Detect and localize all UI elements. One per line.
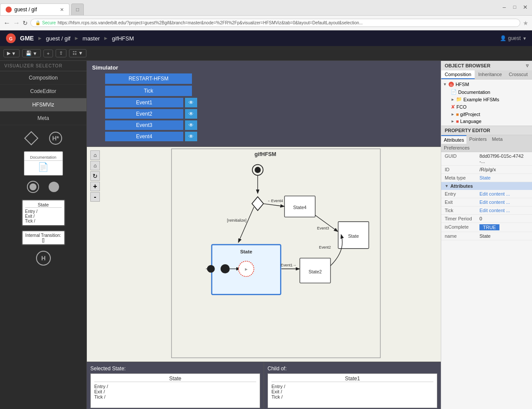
tree-item-hfsm[interactable]: ▼ G HFSM <box>441 80 532 88</box>
add-button[interactable]: + <box>43 50 53 57</box>
ob-tab-composition[interactable]: Composition <box>441 70 475 79</box>
window-maximize-icon[interactable]: □ <box>511 3 518 10</box>
doc-icon: 📄 <box>38 162 49 172</box>
prop-val-meta-type[interactable]: State <box>479 175 529 180</box>
add-icon: + <box>47 51 50 56</box>
inactive-tab[interactable]: □ <box>71 3 84 15</box>
back-button[interactable]: ← <box>3 19 10 27</box>
prop-row-name: name State <box>441 232 532 240</box>
child-of-box: State1 Entry / Exit / Tick / <box>268 373 437 408</box>
prop-tab-preferences[interactable]: Preferences <box>441 144 472 152</box>
palette-history-deep-item[interactable]: H <box>35 249 52 268</box>
event1-eye-button[interactable]: 👁 <box>185 98 197 107</box>
selected-state-exit: Exit / <box>94 389 256 394</box>
tick-button[interactable]: Tick <box>105 86 192 96</box>
address-bar[interactable]: 🔒 Secure https://hfsm.rcps.isis.vanderbi… <box>30 19 520 27</box>
palette-doc-box: Documentation 📄 <box>24 151 63 176</box>
prop-val-iscomplete-badge[interactable]: TRUE <box>479 224 499 230</box>
play-button[interactable]: ▶ ▼ <box>3 49 20 57</box>
prop-row-entry: Entry Edit content ... <box>441 190 532 198</box>
active-browser-tab[interactable]: guest / gif ✕ <box>0 3 69 15</box>
sidebar-item-codeeditor[interactable]: CodeEditor <box>0 85 86 98</box>
sidebar-item-meta[interactable]: Meta <box>0 112 86 125</box>
reload-button[interactable]: ↻ <box>23 20 28 27</box>
event3-eye-button[interactable]: 👁 <box>185 120 197 130</box>
palette-internal-transition-item[interactable]: Internal Transition: [] <box>3 230 83 245</box>
ob-tab-inheritance[interactable]: Inheritance <box>475 70 505 79</box>
tree-expand-lang: ► <box>451 119 455 123</box>
save-button[interactable]: 💾 ▼ <box>22 49 41 57</box>
svg-line-21 <box>264 204 284 206</box>
prop-key-exit: Exit <box>445 200 478 205</box>
gme-branch[interactable]: master <box>83 35 100 42</box>
child-of-exit: Exit / <box>271 389 433 394</box>
prop-tab-pointers[interactable]: Pointers <box>466 135 489 144</box>
attributes-section-header[interactable]: ▼ Attributes <box>441 182 532 190</box>
palette-state-circles-row <box>26 180 61 195</box>
gme-node[interactable]: gifHFSM <box>112 35 134 42</box>
user-dropdown-icon[interactable]: ▼ <box>522 36 527 41</box>
gme-sep3: ► <box>103 35 109 41</box>
gme-project[interactable]: guest / gif <box>46 35 70 42</box>
tree-expand-hfsm: ▼ <box>443 82 447 86</box>
window-minimize-icon[interactable]: – <box>501 3 508 10</box>
gme-app-title: GME <box>20 35 34 42</box>
palette-diamond-icon[interactable] <box>23 130 40 147</box>
forward-button[interactable]: → <box>13 19 20 27</box>
zoom-out-button[interactable]: - <box>90 192 100 202</box>
svg-text:State: State <box>348 233 359 239</box>
restart-hfsm-button[interactable]: RESTART-HFSM <box>105 73 192 84</box>
play-icon: ▶ <box>7 50 10 56</box>
sidebar-item-hfsmviz[interactable]: HFSMViz <box>0 98 86 112</box>
tree-label-fco: FCO <box>456 104 466 110</box>
upload-button[interactable]: ⇧ <box>56 49 66 57</box>
svg-text:gifHFSM: gifHFSM <box>254 151 276 157</box>
ob-tab-crosscut[interactable]: Crosscut <box>506 70 531 79</box>
zoom-in-button[interactable]: + <box>90 182 100 191</box>
window-close-icon[interactable]: ✕ <box>522 3 529 10</box>
tree-item-documentation[interactable]: 📄 Documentation <box>441 88 532 96</box>
gme-sep1: ► <box>37 35 43 41</box>
prop-row-meta-type: Meta type State <box>441 174 532 182</box>
sidebar-item-composition[interactable]: Composition <box>0 71 86 85</box>
gme-sep2: ► <box>74 35 79 41</box>
fit-canvas-button[interactable]: ⌂ <box>90 150 100 160</box>
tree-doc-icon: 📄 <box>451 89 457 95</box>
tree-label-hfsm: HFSM <box>456 82 469 87</box>
tree-item-language[interactable]: ► ■ Language <box>441 118 532 125</box>
gme-username[interactable]: guest <box>508 35 521 41</box>
svg-marker-2 <box>25 132 38 145</box>
palette-documentation-item[interactable]: Documentation 📄 <box>24 151 63 176</box>
filter-icon[interactable]: ▿ <box>526 63 529 69</box>
svg-text:Event2: Event2 <box>319 245 331 249</box>
refresh-layout-button[interactable]: ↻ <box>90 171 100 181</box>
prop-val-exit[interactable]: Edit content ... <box>479 200 529 205</box>
selected-state-title: Selected State: <box>90 366 260 372</box>
bookmark-icon[interactable]: ★ <box>523 20 529 27</box>
prop-key-timer: Timer Period <box>445 216 478 221</box>
tree-item-example-hfsms[interactable]: ► 📁 Example HFSMs <box>441 96 532 103</box>
prop-val-tick[interactable]: Edit content ... <box>479 208 529 213</box>
event4-button[interactable]: Event4 <box>105 132 183 141</box>
palette-history-icon[interactable]: H* <box>47 130 64 147</box>
layout-button[interactable]: ☷ ▼ <box>69 49 86 57</box>
palette-end-state-icon[interactable] <box>47 180 61 195</box>
palette-state-item[interactable]: State Entry / Exit / Tick / <box>3 200 83 226</box>
palette-state-exit: Exit / <box>25 214 62 219</box>
tab-close-icon[interactable]: ✕ <box>60 7 64 13</box>
home-button[interactable]: ⌂ <box>90 161 100 170</box>
prop-tab-attributes[interactable]: Attributes <box>441 135 466 144</box>
prop-val-entry[interactable]: Edit content ... <box>479 191 529 196</box>
tree-item-gif-project[interactable]: ► ■ gifProject <box>441 111 532 118</box>
event1-button[interactable]: Event1 <box>105 98 183 107</box>
prop-tab-meta[interactable]: Meta <box>489 135 505 144</box>
palette-area: H* Documentation 📄 <box>0 125 86 409</box>
tree-item-fco[interactable]: ✘ FCO <box>441 103 532 111</box>
svg-text:State: State <box>240 249 252 254</box>
event4-eye-button[interactable]: 👁 <box>185 132 197 141</box>
event3-button[interactable]: Event3 <box>105 120 183 130</box>
inactive-tab-icon: □ <box>76 7 79 13</box>
palette-initial-state-icon[interactable] <box>26 180 40 195</box>
event2-button[interactable]: Event2 <box>105 109 183 119</box>
event2-eye-button[interactable]: 👁 <box>185 109 197 119</box>
